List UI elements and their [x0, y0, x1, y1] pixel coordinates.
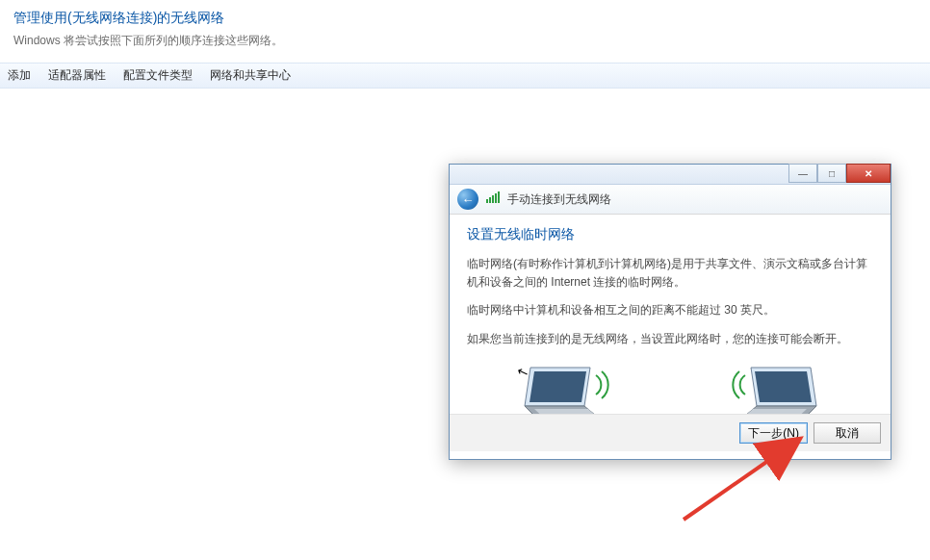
back-arrow-icon: ← — [462, 192, 475, 207]
dialog-paragraph-2: 临时网络中计算机和设备相互之间的距离不能超过 30 英尺。 — [467, 301, 873, 319]
toolbar: 添加 适配器属性 配置文件类型 网络和共享中心 — [0, 63, 930, 89]
wizard-breadcrumb: 手动连接到无线网络 — [507, 191, 611, 208]
window-controls: — □ ✕ — [788, 164, 891, 181]
svg-rect-4 — [498, 191, 500, 203]
wizard-dialog: — □ ✕ ← 手动连接到无线网络 设置无线临时网络 临时网络(有时称作计算机到… — [449, 164, 891, 460]
button-row: 下一步(N) 取消 — [450, 414, 891, 451]
close-button[interactable]: ✕ — [846, 164, 891, 183]
cancel-button[interactable]: 取消 — [814, 422, 881, 444]
toolbar-network-center[interactable]: 网络和共享中心 — [210, 67, 291, 84]
svg-marker-11 — [755, 371, 812, 402]
svg-rect-1 — [489, 197, 491, 203]
svg-rect-0 — [486, 199, 488, 203]
page-header: 管理使用(无线网络连接)的无线网络 Windows 将尝试按照下面所列的顺序连接… — [0, 0, 930, 63]
page-title: 管理使用(无线网络连接)的无线网络 — [13, 10, 917, 27]
wizard-header: ← 手动连接到无线网络 — [450, 185, 891, 215]
dialog-body: 设置无线临时网络 临时网络(有时称作计算机到计算机网络)是用于共享文件、演示文稿… — [450, 215, 891, 445]
svg-rect-3 — [495, 193, 497, 203]
toolbar-add[interactable]: 添加 — [8, 67, 31, 84]
maximize-button[interactable]: □ — [817, 164, 846, 183]
dialog-paragraph-3: 如果您当前连接到的是无线网络，当设置此网络时，您的连接可能会断开。 — [467, 330, 873, 348]
dialog-titlebar: — □ ✕ — [450, 165, 891, 185]
back-button[interactable]: ← — [457, 189, 478, 210]
dialog-paragraph-1: 临时网络(有时称作计算机到计算机网络)是用于共享文件、演示文稿或多台计算机和设备… — [467, 255, 873, 292]
page-subtitle: Windows 将尝试按照下面所列的顺序连接这些网络。 — [13, 33, 917, 49]
wifi-signal-icon — [486, 191, 500, 206]
minimize-button[interactable]: — — [788, 164, 817, 183]
toolbar-profile-type[interactable]: 配置文件类型 — [123, 67, 193, 84]
svg-marker-6 — [530, 371, 586, 402]
toolbar-adapter-properties[interactable]: 适配器属性 — [48, 67, 106, 84]
dialog-heading: 设置无线临时网络 — [467, 226, 873, 243]
svg-rect-2 — [492, 195, 494, 203]
next-button[interactable]: 下一步(N) — [739, 422, 808, 444]
